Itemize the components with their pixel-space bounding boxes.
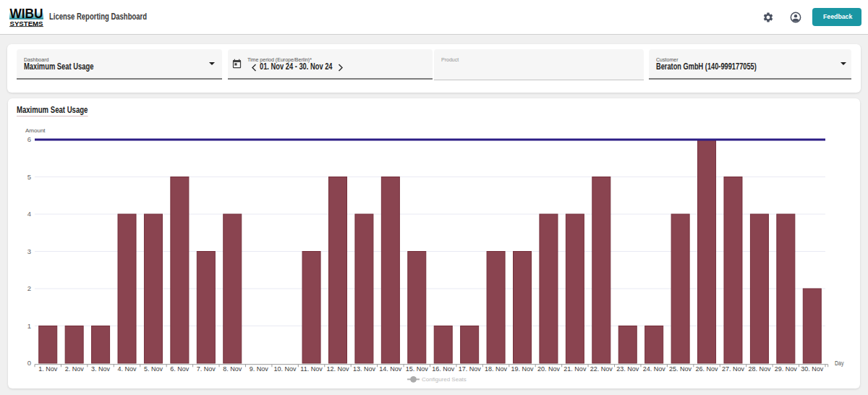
svg-text:6: 6 xyxy=(27,135,31,143)
svg-text:SYSTEMS: SYSTEMS xyxy=(10,20,43,27)
svg-text:3. Nov: 3. Nov xyxy=(91,365,111,373)
svg-text:12. Nov: 12. Nov xyxy=(326,365,349,373)
svg-text:4: 4 xyxy=(27,210,31,218)
svg-text:20. Nov: 20. Nov xyxy=(537,365,561,373)
svg-text:24. Nov: 24. Nov xyxy=(643,365,666,373)
svg-text:13. Nov: 13. Nov xyxy=(353,365,376,373)
svg-text:9. Nov: 9. Nov xyxy=(250,365,269,373)
svg-text:15. Nov: 15. Nov xyxy=(406,365,429,373)
svg-text:0: 0 xyxy=(27,359,31,367)
svg-text:27. Nov: 27. Nov xyxy=(722,365,745,373)
svg-text:23. Nov: 23. Nov xyxy=(616,365,639,373)
svg-text:1: 1 xyxy=(27,322,31,330)
svg-text:11. Nov: 11. Nov xyxy=(300,365,323,373)
svg-text:6. Nov: 6. Nov xyxy=(170,365,190,373)
svg-text:28. Nov: 28. Nov xyxy=(748,365,771,373)
svg-text:4. Nov: 4. Nov xyxy=(118,365,137,373)
svg-text:10. Nov: 10. Nov xyxy=(274,365,297,373)
svg-text:30. Nov: 30. Nov xyxy=(801,365,824,373)
svg-text:16. Nov: 16. Nov xyxy=(432,365,455,373)
svg-text:22. Nov: 22. Nov xyxy=(590,365,613,373)
svg-text:Day: Day xyxy=(835,360,844,367)
svg-text:8. Nov: 8. Nov xyxy=(223,365,242,373)
svg-text:29. Nov: 29. Nov xyxy=(775,365,798,373)
svg-text:26. Nov: 26. Nov xyxy=(696,365,719,373)
svg-text:2. Nov: 2. Nov xyxy=(65,365,85,373)
svg-text:2: 2 xyxy=(27,284,31,292)
svg-text:3: 3 xyxy=(27,247,31,255)
svg-text:Configured Seats: Configured Seats xyxy=(422,376,467,383)
svg-text:1. Nov: 1. Nov xyxy=(38,365,58,373)
svg-text:18. Nov: 18. Nov xyxy=(485,365,508,373)
svg-text:5: 5 xyxy=(27,173,31,181)
svg-text:14. Nov: 14. Nov xyxy=(379,365,402,373)
svg-text:Amount: Amount xyxy=(25,127,46,134)
svg-text:19. Nov: 19. Nov xyxy=(511,365,535,373)
svg-text:17. Nov: 17. Nov xyxy=(459,365,482,373)
svg-text:7. Nov: 7. Nov xyxy=(197,365,216,373)
svg-text:21. Nov: 21. Nov xyxy=(563,365,587,373)
svg-text:5. Nov: 5. Nov xyxy=(144,365,163,373)
svg-text:25. Nov: 25. Nov xyxy=(669,365,692,373)
